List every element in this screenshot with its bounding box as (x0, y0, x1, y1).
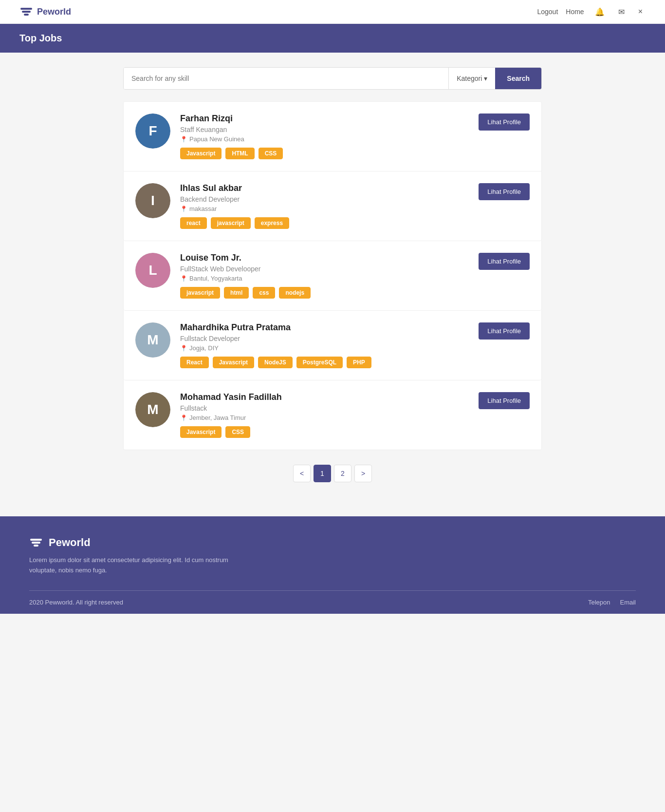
svg-rect-2 (24, 14, 29, 16)
profile-info: Ihlas Sul akbar Backend Developer 📍 maka… (180, 183, 530, 229)
lihat-profile-button[interactable]: Lihat Profile (479, 113, 530, 131)
location-text: makassar (189, 205, 217, 212)
navbar-links: Logout Home 🔔 ✉ × (537, 6, 646, 18)
footer-description: Lorem ipsum dolor sit amet consectetur a… (29, 555, 234, 576)
search-input[interactable] (124, 68, 448, 89)
footer-email-link[interactable]: Email (620, 599, 636, 606)
tags-list: JavascriptHTMLCSS (180, 148, 530, 159)
profile-location: 📍 makassar (180, 205, 530, 212)
profile-role: Staff Keuangan (180, 126, 530, 133)
pagination: < 1 2 > (123, 465, 542, 482)
avatar: M (135, 392, 170, 427)
footer-copyright: 2020 Pewworld. All right reserved (29, 599, 123, 606)
footer-bottom: 2020 Pewworld. All right reserved Telepo… (29, 590, 636, 614)
brand-logo-icon (19, 5, 33, 19)
tags-list: ReactJavascriptNodeJSPostgreSQLPHP (180, 357, 530, 368)
skill-tag: Javascript (213, 357, 254, 368)
skill-tag: CSS (225, 426, 250, 438)
lihat-profile-button[interactable]: Lihat Profile (479, 392, 530, 409)
skill-tag: NodeJS (258, 357, 293, 368)
skill-tag: Javascript (180, 148, 222, 159)
skill-tag: nodejs (279, 287, 311, 299)
location-pin-icon: 📍 (180, 206, 187, 212)
profile-info: Farhan Rizqi Staff Keuangan 📍 Papua New … (180, 113, 530, 159)
skill-tag: react (180, 217, 207, 229)
skill-tag: React (180, 357, 209, 368)
profile-card: L Louise Tom Jr. FullStack Web Develoope… (124, 241, 541, 311)
profile-name: Mahardhika Putra Pratama (180, 322, 530, 333)
svg-rect-4 (32, 542, 40, 544)
close-button[interactable]: × (635, 6, 646, 17)
skill-tag: express (255, 217, 289, 229)
skill-tag: html (224, 287, 249, 299)
hero-title: Top Jobs (19, 33, 62, 43)
avatar-initial: M (135, 322, 170, 358)
navbar: Peworld Logout Home 🔔 ✉ × (0, 0, 665, 24)
hero-banner: Top Jobs (0, 24, 665, 53)
skill-tag: javascript (180, 287, 220, 299)
tags-list: javascripthtmlcssnodejs (180, 287, 530, 299)
search-button[interactable]: Search (495, 68, 541, 89)
main-content: Kategori ▾ Search F Farhan Rizqi Staff K… (113, 53, 552, 516)
profile-role: FullStack Web Develooper (180, 265, 530, 273)
skill-tag: PostgreSQL (296, 357, 343, 368)
footer-telepon-link[interactable]: Telepon (588, 599, 610, 606)
avatar-initial: I (135, 183, 170, 218)
skill-tag: HTML (225, 148, 254, 159)
lihat-profile-button[interactable]: Lihat Profile (479, 183, 530, 200)
brand-name: Peworld (37, 7, 71, 17)
profile-location: 📍 Papua New Guinea (180, 135, 530, 143)
skill-tag: CSS (259, 148, 283, 159)
profile-info: Mahardhika Putra Pratama Fullstack Devel… (180, 322, 530, 368)
profile-location: 📍 Jember, Jawa Timur (180, 414, 530, 421)
avatar-initial: L (135, 253, 170, 288)
skill-tag: PHP (347, 357, 371, 368)
profile-name: Farhan Rizqi (180, 113, 530, 124)
location-text: Jember, Jawa Timur (189, 414, 246, 421)
profile-card: F Farhan Rizqi Staff Keuangan 📍 Papua Ne… (124, 102, 541, 171)
page-1-btn[interactable]: 1 (314, 465, 331, 482)
svg-rect-1 (22, 11, 31, 13)
mail-button[interactable]: ✉ (615, 6, 628, 18)
profile-card: M Mahardhika Putra Pratama Fullstack Dev… (124, 311, 541, 380)
footer: Peworld Lorem ipsum dolor sit amet conse… (0, 516, 665, 614)
tags-list: JavascriptCSS (180, 426, 530, 438)
avatar: F (135, 113, 170, 149)
footer-brand-name: Peworld (49, 536, 91, 549)
profile-role: Fullstack Developer (180, 335, 530, 342)
svg-rect-5 (34, 545, 38, 547)
profile-role: Fullstack (180, 404, 530, 412)
lihat-profile-button[interactable]: Lihat Profile (479, 322, 530, 340)
profile-card: I Ihlas Sul akbar Backend Developer 📍 ma… (124, 171, 541, 241)
profile-info: Mohamad Yasin Fadillah Fullstack 📍 Jembe… (180, 392, 530, 438)
location-text: Papua New Guinea (189, 135, 244, 143)
skill-tag: Javascript (180, 426, 222, 438)
tags-list: reactjavascriptexpress (180, 217, 530, 229)
avatar-initial: F (135, 113, 170, 149)
page-2-btn[interactable]: 2 (334, 465, 351, 482)
location-text: Jogja, DIY (189, 344, 219, 352)
kategori-dropdown[interactable]: Kategori ▾ (448, 68, 495, 89)
next-page-btn[interactable]: > (354, 465, 372, 482)
brand[interactable]: Peworld (19, 5, 71, 19)
home-link[interactable]: Home (566, 8, 584, 16)
lihat-profile-button[interactable]: Lihat Profile (479, 253, 530, 270)
svg-rect-0 (20, 8, 32, 10)
profile-name: Louise Tom Jr. (180, 253, 530, 263)
logout-link[interactable]: Logout (537, 8, 558, 16)
footer-brand-row: Peworld (29, 536, 636, 549)
search-bar: Kategori ▾ Search (123, 67, 542, 90)
profile-name: Mohamad Yasin Fadillah (180, 392, 530, 402)
footer-links: Telepon Email (588, 599, 636, 606)
avatar: L (135, 253, 170, 288)
location-pin-icon: 📍 (180, 345, 187, 352)
prev-page-btn[interactable]: < (293, 465, 311, 482)
avatar: I (135, 183, 170, 218)
location-pin-icon: 📍 (180, 136, 187, 143)
profile-card: M Mohamad Yasin Fadillah Fullstack 📍 Jem… (124, 380, 541, 450)
profile-role: Backend Developer (180, 195, 530, 203)
bell-button[interactable]: 🔔 (592, 6, 608, 18)
location-pin-icon: 📍 (180, 415, 187, 421)
svg-rect-3 (30, 539, 42, 541)
profile-name: Ihlas Sul akbar (180, 183, 530, 193)
